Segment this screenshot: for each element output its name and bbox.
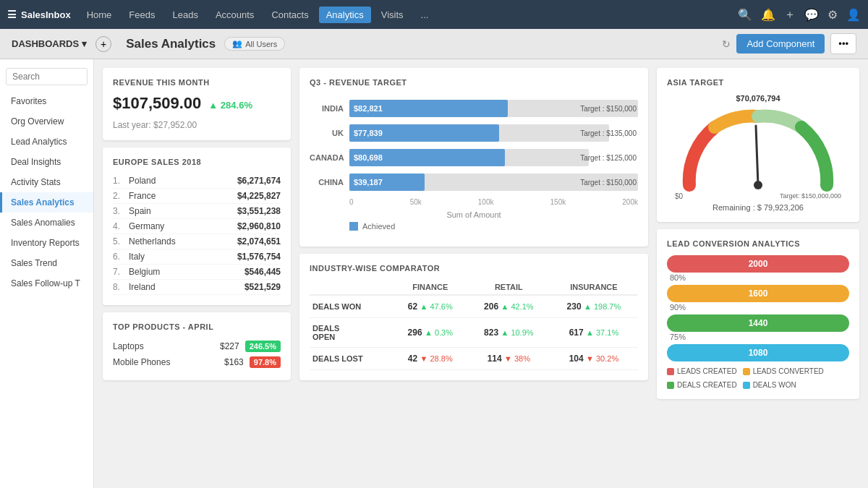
brand: ☰ SalesInbox <box>7 9 71 20</box>
bell-icon[interactable]: 🔔 <box>761 8 775 22</box>
list-item: 5. Netherlands $2,074,651 <box>113 234 281 249</box>
page-title: Sales Analytics <box>126 37 216 51</box>
more-options-button[interactable]: ••• <box>830 33 856 54</box>
revenue-title: REVENUE THIS MONTH <box>113 78 281 87</box>
nav-right-actions: 🔍 🔔 ＋ 💬 ⚙ 👤 <box>738 7 861 22</box>
sidebar-item-sales-anomalies[interactable]: Sales Anomalies <box>0 213 93 233</box>
sidebar-item-deal-insights[interactable]: Deal Insights <box>0 152 93 172</box>
lead-bar-row: 1600 90% <box>667 285 849 312</box>
col-header-finance: FINANCE <box>393 280 468 295</box>
legend-deals-created-dot <box>667 382 674 389</box>
gauge-container: $70,076,794 <box>667 94 849 212</box>
search-input[interactable] <box>6 68 88 85</box>
sidebar-item-sales-followup[interactable]: Sales Follow-up T <box>0 273 93 294</box>
x-axis-label: Sum of Amount <box>310 210 638 219</box>
nav-contacts[interactable]: Contacts <box>264 7 315 23</box>
subheader-actions: ↻ Add Component ••• <box>722 33 856 54</box>
europe-sales-title: EUROPE SALES 2018 <box>113 158 281 166</box>
q3-chart: INDIA $82,821 Target : $150,000 UK <box>310 94 638 236</box>
revenue-last-year: Last year: $27,952.00 <box>113 120 281 130</box>
table-row: DEALS LOST 42 ▼ 28.8% 114 ▼ 38% 104 ▼ 30… <box>310 348 638 370</box>
nav-analytics[interactable]: Analytics <box>319 7 371 23</box>
bar-row-canada: CANADA $80,698 Target : $125,000 <box>310 149 638 166</box>
lead-conversion-card: LEAD CONVERSION ANALYTICS 2000 80% 1600 … <box>657 229 859 399</box>
revenue-amount: $107,509.00 <box>113 94 201 113</box>
users-icon: 👥 <box>232 39 242 48</box>
nav-accounts[interactable]: Accounts <box>208 7 261 23</box>
legend-deals-created-label: DEALS CREATED <box>677 381 737 389</box>
col-header-insurance: INSURANCE <box>550 280 638 295</box>
add-dashboard-button[interactable]: + <box>95 36 111 52</box>
dashboard-content: REVENUE THIS MONTH $107,509.00 ▲ 284.6% … <box>94 59 868 488</box>
legend-deals-won-label: DEALS WON <box>753 381 796 389</box>
revenue-pct: 284.6% <box>221 100 252 111</box>
avatar[interactable]: 👤 <box>846 8 861 22</box>
gauge-max: Target: $150,000,000 <box>780 192 841 200</box>
list-item: Mobile Phones $163 97.8% <box>113 354 281 370</box>
list-item: 6. Italy $1,576,754 <box>113 249 281 265</box>
list-item: 8. Ireland $521,529 <box>113 280 281 295</box>
lead-legend: LEADS CREATED LEADS CONVERTED DEALS CREA… <box>667 367 849 389</box>
search-icon[interactable]: 🔍 <box>738 8 752 22</box>
legend-leads-created-label: LEADS CREATED <box>677 367 737 375</box>
lead-conversion-title: LEAD CONVERSION ANALYTICS <box>667 239 849 248</box>
top-navigation: ☰ SalesInbox Home Feeds Leads Accounts C… <box>0 0 868 29</box>
nav-home[interactable]: Home <box>80 7 119 23</box>
main-layout: Favorites Org Overview Lead Analytics De… <box>0 59 868 488</box>
europe-sales-list: 1. Poland $6,271,674 2. France $4,225,82… <box>113 174 281 295</box>
add-component-button[interactable]: Add Component <box>736 34 825 53</box>
sidebar-item-inventory-reports[interactable]: Inventory Reports <box>0 233 93 253</box>
brand-name: SalesInbox <box>21 9 71 20</box>
sidebar-item-activity-stats[interactable]: Activity Stats <box>0 172 93 192</box>
lead-bar-row: 2000 80% <box>667 255 849 282</box>
industry-comparator-card: INDUSTRY-WISE COMPARATOR FINANCE RETAIL … <box>299 254 648 380</box>
gauge-remaining: Remaining : $ 79,923,206 <box>712 203 804 212</box>
revenue-change: ▲ 284.6% <box>208 100 252 111</box>
refresh-icon[interactable]: ↻ <box>722 38 731 50</box>
left-column: REVENUE THIS MONTH $107,509.00 ▲ 284.6% … <box>103 68 291 479</box>
sidebar-item-org-overview[interactable]: Org Overview <box>0 111 93 132</box>
col-header-retail: RETAIL <box>468 280 550 295</box>
bar-row-uk: UK $77,839 Target : $135,000 <box>310 124 638 142</box>
q3-revenue-title: Q3 - REVENUE TARGET <box>310 78 638 87</box>
table-row: DEALS WON 62 ▲ 47.6% 206 ▲ 42.1% 230 ▲ 1… <box>310 295 638 318</box>
chat-icon[interactable]: 💬 <box>804 8 819 22</box>
bar-row-india: INDIA $82,821 Target : $150,000 <box>310 100 638 117</box>
sidebar-item-favorites[interactable]: Favorites <box>0 91 93 111</box>
nav-more[interactable]: ... <box>414 7 436 23</box>
nav-visits[interactable]: Visits <box>374 7 411 23</box>
revenue-card: REVENUE THIS MONTH $107,509.00 ▲ 284.6% … <box>103 68 291 140</box>
legend-leads-converted-label: LEADS CONVERTED <box>753 367 824 375</box>
lead-bar-row: 1080 <box>667 344 849 361</box>
lead-bars: 2000 80% 1600 90% 1440 75 <box>667 255 849 361</box>
industry-comparator-title: INDUSTRY-WISE COMPARATOR <box>310 264 638 273</box>
asia-target-title: ASIA TARGET <box>667 78 849 87</box>
list-item: 7. Belgium $546,445 <box>113 265 281 280</box>
dashboards-dropdown[interactable]: DASHBOARDS ▾ <box>12 38 87 49</box>
sidebar-item-sales-analytics[interactable]: Sales Analytics <box>0 192 93 213</box>
legend-leads-created-dot <box>667 368 674 375</box>
q3-revenue-card: Q3 - REVENUE TARGET INDIA $82,821 Target… <box>299 68 648 247</box>
sidebar-item-sales-trend[interactable]: Sales Trend <box>0 253 93 273</box>
gauge-top-value: $70,076,794 <box>736 94 780 103</box>
badge-label: All Users <box>245 40 277 48</box>
arrow-up-icon: ▲ <box>208 100 218 111</box>
list-item: Laptops $227 246.5% <box>113 338 281 354</box>
nav-leads[interactable]: Leads <box>165 7 205 23</box>
list-item: 1. Poland $6,271,674 <box>113 174 281 189</box>
nav-feeds[interactable]: Feeds <box>122 7 162 23</box>
legend-leads-converted-dot <box>743 368 750 375</box>
plus-icon[interactable]: ＋ <box>784 7 796 22</box>
chevron-down-icon: ▾ <box>82 38 87 49</box>
europe-sales-card: EUROPE SALES 2018 1. Poland $6,271,674 2… <box>103 147 291 305</box>
sidebar-item-lead-analytics[interactable]: Lead Analytics <box>0 132 93 152</box>
middle-column: Q3 - REVENUE TARGET INDIA $82,821 Target… <box>299 68 648 479</box>
list-item: 2. France $4,225,827 <box>113 189 281 204</box>
right-column: ASIA TARGET $70,076,794 <box>657 68 859 479</box>
tools-icon[interactable]: ⚙ <box>827 8 838 22</box>
bar-row-china: CHINA $39,187 Target : $150,000 <box>310 174 638 191</box>
all-users-badge[interactable]: 👥 All Users <box>224 37 285 51</box>
top-products-title: TOP PRODUCTS - APRIL <box>113 322 281 331</box>
gauge-chart <box>675 106 841 200</box>
hamburger-icon[interactable]: ☰ <box>7 9 17 20</box>
